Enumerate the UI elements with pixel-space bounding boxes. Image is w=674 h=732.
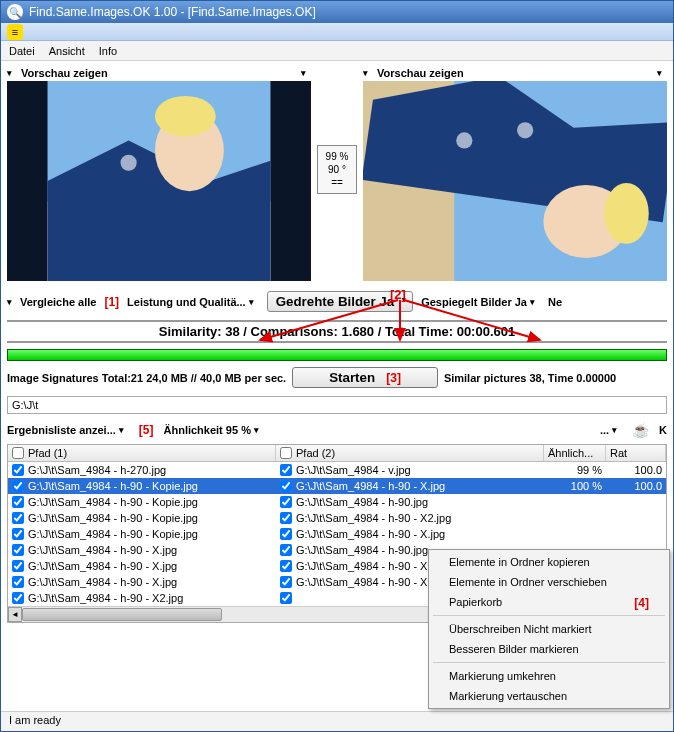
status-bar: I am ready	[1, 711, 673, 731]
preview-left-toggle[interactable]: ▾ Vorschau zeigen ▾	[7, 65, 311, 81]
chevron-down-icon: ▾	[7, 68, 17, 78]
ctx-copy[interactable]: Elemente in Ordner kopieren	[431, 552, 667, 572]
chevron-down-icon: ▾	[119, 425, 129, 435]
row-path2: G:\J\t\Sam_4984 - h-90.jpg	[296, 544, 428, 556]
chevron-down-icon: ▾	[612, 425, 622, 435]
menu-view[interactable]: Ansicht	[49, 45, 85, 57]
option-performance[interactable]: Leistung und Qualitä... ▾	[127, 296, 259, 308]
filter-row: Ergebnisliste anzei... ▾ [5] Ähnlichkeit…	[7, 422, 667, 438]
row-check-1[interactable]	[12, 576, 24, 588]
ctx-separator	[433, 615, 665, 616]
row-check-1[interactable]	[12, 592, 24, 604]
row-check-2[interactable]	[280, 512, 292, 524]
ctx-overwrite[interactable]: Überschreiben Nicht markiert	[431, 619, 667, 639]
row-path1: G:\J\t\Sam_4984 - h-90 - Kopie.jpg	[28, 512, 198, 524]
row-check-2[interactable]	[280, 576, 292, 588]
compare-eq: ==	[320, 176, 354, 189]
option-compare-all-label: Vergleiche alle	[20, 296, 96, 308]
result-list-label: Ergebnisliste anzei...	[7, 424, 116, 436]
col-path2-check[interactable]	[280, 447, 292, 459]
row-path2: G:\J\t\Sam_4984 - h-90.jpg	[296, 496, 428, 508]
status-text: I am ready	[9, 714, 61, 726]
option-mirrored[interactable]: Gespiegelt Bilder Ja ▾	[421, 296, 540, 308]
row-check-2[interactable]	[280, 592, 292, 604]
row-sim: 99 %	[577, 464, 602, 476]
start-button[interactable]: Starten [3]	[292, 367, 438, 388]
col-path1[interactable]: Pfad (1)	[8, 445, 276, 461]
row-check-2[interactable]	[280, 528, 292, 540]
row-check-1[interactable]	[12, 480, 24, 492]
preview-left-image[interactable]	[7, 81, 311, 281]
row-path1: G:\J\t\Sam_4984 - h-90 - X.jpg	[28, 544, 177, 556]
svg-point-14	[604, 183, 649, 244]
path-input[interactable]	[7, 396, 667, 414]
chevron-down-icon: ▾	[249, 297, 259, 307]
similar-text: Similar pictures 38, Time 0.00000	[444, 372, 616, 384]
row-check-1[interactable]	[12, 560, 24, 572]
start-button-label: Starten	[329, 370, 375, 385]
similarity-dropdown[interactable]: Ähnlichkeit 95 % ▾	[164, 424, 264, 436]
context-menu: Elemente in Ordner kopieren Elemente in …	[428, 549, 670, 709]
row-check-1[interactable]	[12, 496, 24, 508]
row-path2: G:\J\t\Sam_4984 - h-90 - X.jpg	[296, 480, 445, 492]
menu-info[interactable]: Info	[99, 45, 117, 57]
preview-right-image[interactable]	[363, 81, 667, 281]
svg-point-7	[155, 96, 216, 137]
row-path1: G:\J\t\Sam_4984 - h-90 - X2.jpg	[28, 592, 183, 604]
table-row[interactable]: G:\J\t\Sam_4984 - h-270.jpgG:\J\t\Sam_49…	[8, 462, 666, 478]
titlebar[interactable]: 🔍 Find.Same.Images.OK 1.00 - [Find.Same.…	[1, 1, 673, 23]
row-check-2[interactable]	[280, 480, 292, 492]
col-sim[interactable]: Ähnlich...	[544, 445, 606, 461]
annotation-1: [1]	[104, 295, 119, 309]
table-row[interactable]: G:\J\t\Sam_4984 - h-90 - Kopie.jpgG:\J\t…	[8, 526, 666, 542]
col-rat[interactable]: Rat	[606, 445, 666, 461]
more-dropdown[interactable]: ... ▾	[600, 424, 622, 436]
option-more[interactable]: Ne	[548, 296, 562, 308]
scroll-thumb[interactable]	[22, 608, 222, 621]
col-path1-label: Pfad (1)	[28, 447, 67, 459]
chevron-down-icon: ▾	[363, 68, 373, 78]
option-more-label: Ne	[548, 296, 562, 308]
ctx-trash[interactable]: Papierkorb [4]	[431, 592, 667, 612]
row-path1: G:\J\t\Sam_4984 - h-90 - Kopie.jpg	[28, 528, 198, 540]
preview-right-pane: ▾ Vorschau zeigen ▾	[363, 65, 667, 281]
preview-right-toggle[interactable]: ▾ Vorschau zeigen ▾	[363, 65, 667, 81]
table-row[interactable]: G:\J\t\Sam_4984 - h-90 - Kopie.jpgG:\J\t…	[8, 494, 666, 510]
row-check-2[interactable]	[280, 496, 292, 508]
row-path2: G:\J\t\Sam_4984 - h-90 - X2.jpg	[296, 512, 451, 524]
row-rat: 100.0	[634, 480, 662, 492]
chevron-down-icon: ▾	[7, 297, 17, 307]
ctx-swap[interactable]: Markierung vertauschen	[431, 686, 667, 706]
col-path2[interactable]: Pfad (2)	[276, 445, 544, 461]
ctx-separator	[433, 662, 665, 663]
row-path1: G:\J\t\Sam_4984 - h-90 - Kopie.jpg	[28, 480, 198, 492]
option-performance-label: Leistung und Qualitä...	[127, 296, 246, 308]
app-icon: 🔍	[7, 4, 23, 20]
menu-file[interactable]: Datei	[9, 45, 35, 57]
table-row[interactable]: G:\J\t\Sam_4984 - h-90 - Kopie.jpgG:\J\t…	[8, 478, 666, 494]
col-sim-label: Ähnlich...	[548, 447, 593, 459]
row-check-1[interactable]	[12, 544, 24, 556]
row-check-1[interactable]	[12, 512, 24, 524]
row-check-1[interactable]	[12, 464, 24, 476]
row-path1: G:\J\t\Sam_4984 - h-90 - X.jpg	[28, 576, 177, 588]
compare-pct: 99 %	[320, 150, 354, 163]
table-header: Pfad (1) Pfad (2) Ähnlich... Rat	[8, 445, 666, 462]
result-list-dropdown[interactable]: Ergebnisliste anzei... ▾	[7, 424, 129, 436]
coffee-icon[interactable]: ☕	[632, 422, 649, 438]
row-check-2[interactable]	[280, 560, 292, 572]
ctx-mark-better[interactable]: Besseren Bilder markieren	[431, 639, 667, 659]
row-check-2[interactable]	[280, 544, 292, 556]
col-path1-check[interactable]	[12, 447, 24, 459]
row-check-1[interactable]	[12, 528, 24, 540]
scroll-left-arrow[interactable]: ◄	[8, 607, 22, 622]
row-path2: G:\J\t\Sam_4984 - v.jpg	[296, 464, 411, 476]
row-path1: G:\J\t\Sam_4984 - h-270.jpg	[28, 464, 166, 476]
preview-left-label: Vorschau zeigen	[21, 67, 108, 79]
preview-right-label: Vorschau zeigen	[377, 67, 464, 79]
option-compare-all[interactable]: ▾ Vergleiche alle	[7, 296, 96, 308]
table-row[interactable]: G:\J\t\Sam_4984 - h-90 - Kopie.jpgG:\J\t…	[8, 510, 666, 526]
row-check-2[interactable]	[280, 464, 292, 476]
ctx-invert[interactable]: Markierung umkehren	[431, 666, 667, 686]
ctx-move[interactable]: Elemente in Ordner verschieben	[431, 572, 667, 592]
